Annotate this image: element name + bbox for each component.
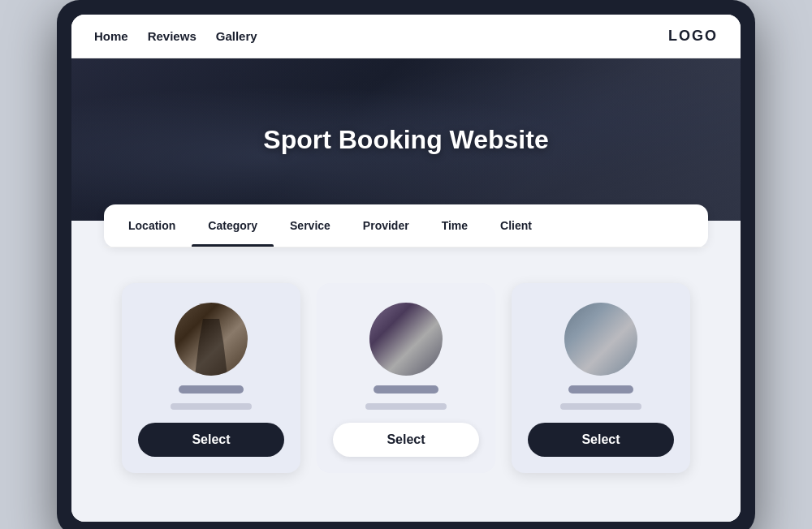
browser-window: Home Reviews Gallery LOGO Sport Booking … (71, 15, 741, 522)
cards-grid: Select Select Select (110, 283, 702, 473)
nav-reviews[interactable]: Reviews (148, 29, 197, 43)
card-subtitle-1 (171, 403, 252, 410)
nav-gallery[interactable]: Gallery (216, 29, 257, 43)
select-button-3[interactable]: Select (528, 423, 674, 457)
tab-client[interactable]: Client (484, 204, 548, 247)
service-card-2: Select (317, 283, 495, 473)
card-title-3 (568, 385, 633, 394)
card-title-2 (374, 385, 438, 394)
tab-service[interactable]: Service (274, 204, 347, 247)
avatar-card-2 (369, 303, 443, 376)
tabs-bar: Location Category Service Provider Time … (104, 204, 708, 247)
hero-title: Sport Booking Website (263, 125, 548, 155)
select-button-1[interactable]: Select (138, 423, 284, 457)
select-button-2[interactable]: Select (333, 423, 479, 457)
tabs-card: Location Category Service Provider Time … (104, 204, 708, 247)
tab-location[interactable]: Location (112, 204, 192, 247)
card-subtitle-2 (365, 403, 447, 410)
tab-provider[interactable]: Provider (347, 204, 425, 247)
service-card-3: Select (512, 283, 690, 473)
cards-content: Select Select Select (88, 264, 724, 496)
card-title-1 (179, 385, 244, 394)
tab-category[interactable]: Category (192, 204, 274, 247)
device-frame: Home Reviews Gallery LOGO Sport Booking … (57, 0, 755, 529)
booking-section: Location Category Service Provider Time … (71, 221, 741, 522)
card-subtitle-3 (560, 403, 641, 410)
logo: LOGO (668, 28, 718, 45)
nav-home[interactable]: Home (94, 29, 128, 43)
avatar-card-1 (175, 303, 248, 376)
avatar-card-3 (564, 303, 637, 376)
service-card-1: Select (122, 283, 300, 473)
nav-bar: Home Reviews Gallery LOGO (71, 15, 741, 58)
hero-section: Sport Booking Website (71, 58, 741, 221)
tab-time[interactable]: Time (425, 204, 484, 247)
nav-links: Home Reviews Gallery (94, 29, 257, 43)
